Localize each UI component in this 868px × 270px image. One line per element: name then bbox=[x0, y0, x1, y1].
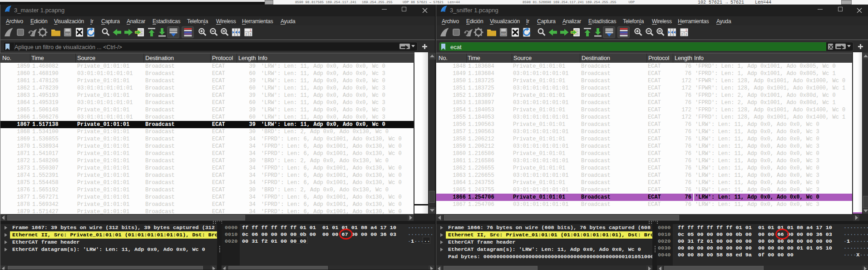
svg-text:010: 010 bbox=[65, 33, 70, 35]
svg-text:1: 1 bbox=[686, 29, 687, 32]
svg-text:3: 3 bbox=[249, 33, 251, 36]
svg-text:2: 2 bbox=[245, 33, 247, 36]
svg-text:2: 2 bbox=[681, 33, 683, 36]
svg-text:1: 1 bbox=[250, 29, 252, 32]
svg-text:010: 010 bbox=[501, 33, 506, 35]
svg-text:3: 3 bbox=[685, 33, 687, 36]
